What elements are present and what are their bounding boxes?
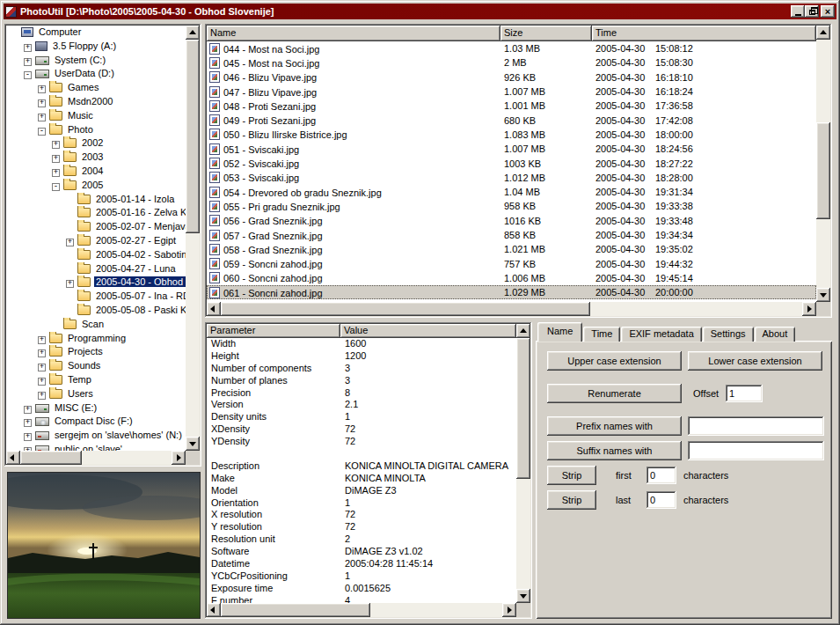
file-row[interactable]: 049 - Proti Sezani.jpg680 KB2005-04-3017… [207,113,816,127]
collapse-icon[interactable]: - [52,183,60,191]
tree-item[interactable]: +Users [6,387,186,401]
parameter-row[interactable]: Density units1 [207,411,516,423]
tab-name[interactable]: Name [537,322,582,342]
scroll-up-button[interactable] [186,26,200,40]
tab-exif-metadata[interactable]: EXIF metadata [621,327,701,342]
restore-button[interactable] [805,5,819,18]
scroll-left-button[interactable] [6,451,20,465]
file-row[interactable]: 056 - Grad Sneznik.jpg1016 KB2005-04-301… [207,214,816,228]
app-icon[interactable] [5,6,17,18]
expand-icon[interactable]: + [38,336,46,344]
strip-last-input[interactable] [646,491,676,509]
scroll-down-button[interactable] [816,288,830,302]
tree-item[interactable]: +MISC (E:) [6,401,186,415]
strip-last-button[interactable]: Strip [547,490,596,510]
scroll-up-button[interactable] [516,324,530,338]
file-row[interactable]: 058 - Grad Sneznik.jpg1.021 MB2005-04-30… [207,242,816,256]
tree-item-label[interactable]: public on 'slave' [53,444,124,451]
scrollbar-thumb[interactable] [816,122,830,219]
tree-item-label[interactable]: 2005-04-30 - Obhod Slovenije [94,276,186,287]
column-header-parameter[interactable]: Parameter [207,324,340,338]
file-row[interactable]: 057 - Grad Sneznik.jpg858 KB2005-04-3019… [207,228,816,242]
file-row[interactable]: 061 - Soncni zahod.jpg1.029 MB2005-04-30… [207,285,816,299]
tree-item-label[interactable]: Msdn2000 [66,96,114,107]
tree-item-label[interactable]: 2005 [80,180,105,190]
parameter-row[interactable]: Version2.1 [207,399,516,411]
file-row[interactable]: 044 - Most na Soci.jpg1.03 MB2005-04-301… [207,41,816,55]
parameter-row[interactable]: SoftwareDiMAGE Z3 v1.02 [207,546,516,558]
parameter-row[interactable]: Exposure time0.0015625 [207,583,516,595]
tree-item-label[interactable]: 3.5 Floppy (A:) [51,40,118,51]
expand-icon[interactable]: + [38,349,46,357]
parameter-row[interactable]: Width1600 [207,338,516,350]
tree-item[interactable]: +sergejm on 'slave\homes' (N:) [6,429,186,443]
file-row[interactable]: 048 - Proti Sezani.jpg1.001 MB2005-04-30… [207,99,816,113]
expand-icon[interactable]: + [38,392,46,400]
parameter-row[interactable]: Y resolution72 [207,521,516,533]
tree-item[interactable]: 2005-04-02 - Sabotin [6,248,186,262]
tree-item[interactable]: -Photo [6,123,186,137]
tree-vertical-scrollbar[interactable] [186,26,200,451]
scroll-left-button[interactable] [207,302,221,316]
expand-icon[interactable]: + [24,433,32,441]
tab-time[interactable]: Time [583,327,620,342]
parameter-row[interactable]: MakeKONICA MINOLTA [207,473,516,485]
tree-item-label[interactable]: Projects [66,346,105,357]
tree-item[interactable]: +Projects [6,345,186,359]
close-button[interactable]: × [821,5,835,18]
parameter-row[interactable]: X resolution72 [207,509,516,521]
tree-item-label[interactable]: 2003 [80,151,105,162]
parameter-row[interactable]: XDensity72 [207,423,516,436]
expand-icon[interactable]: + [38,114,46,121]
parameters-horizontal-scrollbar[interactable] [207,603,516,617]
expand-icon[interactable]: + [24,44,32,52]
parameter-row[interactable]: Number of planes3 [207,375,516,387]
expand-icon[interactable]: + [52,141,60,149]
scroll-left-button[interactable] [207,603,221,617]
tree-item[interactable]: -UserData (D:) [6,67,186,81]
tree-horizontal-scrollbar[interactable] [6,451,186,465]
file-list-horizontal-scrollbar[interactable] [207,302,816,316]
tab-settings[interactable]: Settings [703,327,754,342]
file-row[interactable]: 051 - Sviscaki.jpg1.007 MB2005-04-3018:2… [207,142,816,156]
collapse-icon[interactable]: - [24,71,32,79]
scrollbar-thumb[interactable] [221,302,590,316]
tree-item-label[interactable]: 2005-02-07 - Menjava [94,221,186,232]
parameter-row[interactable]: DescriptionKONICA MINOLTA DIGITAL CAMERA [207,460,516,473]
expand-icon[interactable]: + [24,58,32,66]
scrollbar-thumb[interactable] [20,451,82,465]
tree-item-label[interactable]: Music [66,110,95,121]
strip-first-button[interactable]: Strip [547,466,596,485]
file-row[interactable]: 047 - Blizu Vipave.jpg1.007 MB2005-04-30… [207,85,816,99]
scroll-down-button[interactable] [516,589,530,603]
file-list-vertical-scrollbar[interactable] [816,26,830,302]
tree-item-label[interactable]: Games [66,82,100,92]
tree-item-label[interactable]: sergejm on 'slave\homes' (N:) [53,430,184,440]
file-row[interactable]: 052 - Sviscaki.jpg1003 KB2005-04-3018:27… [207,156,816,170]
tree-item-label[interactable]: Users [66,388,95,399]
file-row[interactable]: 060 - Soncni zahod.jpg1.006 MB2005-04-30… [207,271,816,285]
upper-case-extension-button[interactable]: Upper case extension [547,351,682,371]
column-header-size[interactable]: Size [500,26,592,41]
tree-item-label[interactable]: 2005-02-27 - Egipt [94,235,178,246]
file-row[interactable]: 050 - Blizu Ilirske Bistrice.jpg1.083 MB… [207,128,816,142]
strip-first-input[interactable] [646,467,676,484]
expand-icon[interactable]: + [52,169,60,177]
tree-item[interactable]: +Music [6,109,186,123]
expand-icon[interactable]: + [38,364,46,371]
offset-input[interactable] [726,385,763,402]
scroll-down-button[interactable] [186,437,200,451]
tree-item[interactable]: +Sounds [6,359,186,373]
column-header-name[interactable]: Name [207,26,500,41]
tree-item-label[interactable]: 2005-01-16 - Zelva K [94,207,186,217]
prefix-names-button[interactable]: Prefix names with [547,416,682,436]
suffix-names-button[interactable]: Suffix names with [547,441,682,460]
parameter-row[interactable]: YCbCrPositioning1 [207,570,516,583]
parameter-row[interactable]: Resolution unit2 [207,533,516,546]
tree-item-label[interactable]: 2005-05-07 - Ina - RD [94,290,186,301]
tree-item[interactable]: +3.5 Floppy (A:) [6,40,186,54]
file-row[interactable]: 046 - Blizu Vipave.jpg926 KB2005-04-3016… [207,70,816,85]
tree-item[interactable]: +Msdn2000 [6,95,186,109]
collapse-icon[interactable]: - [38,128,46,136]
parameter-row[interactable]: ModelDiMAGE Z3 [207,485,516,497]
